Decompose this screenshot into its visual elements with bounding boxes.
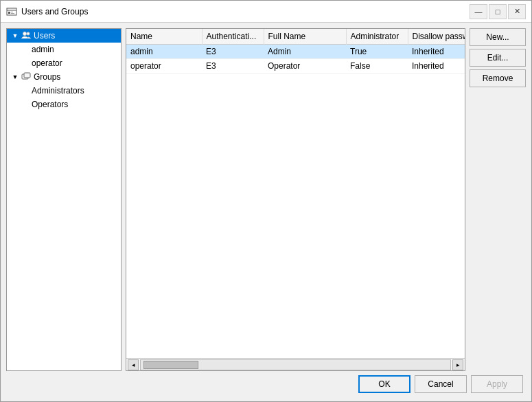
svg-rect-4 xyxy=(11,13,14,14)
tree-item-operator[interactable]: operator xyxy=(7,56,121,70)
scroll-left-button[interactable]: ◂ xyxy=(128,359,139,370)
col-header-disallow[interactable]: Disallow passwor xyxy=(408,29,465,44)
groups-icon xyxy=(21,71,32,82)
expander-admin xyxy=(21,44,32,55)
expander-users[interactable]: ▼ xyxy=(10,30,21,41)
tree-item-operators-group[interactable]: Operators xyxy=(7,98,121,111)
expander-groups[interactable]: ▼ xyxy=(10,71,21,82)
col-header-administrator[interactable]: Administrator xyxy=(346,29,408,44)
horizontal-scrollbar[interactable]: ◂ ▸ xyxy=(126,358,465,370)
cell-administrator: False xyxy=(346,58,408,73)
action-buttons: New... Edit... Remove xyxy=(470,28,526,371)
apply-button[interactable]: Apply xyxy=(471,375,523,393)
tree-item-admin-label: admin xyxy=(32,45,54,54)
tree-item-operators-group-label: Operators xyxy=(32,100,68,109)
new-button[interactable]: New... xyxy=(470,28,526,46)
scroll-track[interactable] xyxy=(140,359,451,370)
cell-disallow: Inherited xyxy=(408,44,465,58)
tree-item-groups[interactable]: ▼ Groups xyxy=(7,70,121,84)
scroll-right-button[interactable]: ▸ xyxy=(452,359,463,370)
scroll-thumb[interactable] xyxy=(143,361,198,369)
remove-button[interactable]: Remove xyxy=(470,69,526,87)
main-window: Users and Groups — □ ✕ ▼ xyxy=(0,0,532,402)
table-row[interactable]: operatorE3OperatorFalseInherited xyxy=(126,58,465,73)
tree-item-administrators-label: Administrators xyxy=(32,86,84,96)
cancel-button[interactable]: Cancel xyxy=(415,375,467,393)
window-title: Users and Groups xyxy=(21,7,470,16)
title-bar: Users and Groups — □ ✕ xyxy=(1,1,531,23)
cell-auth: E3 xyxy=(202,44,264,58)
cell-name: operator xyxy=(126,58,202,73)
right-area: Name Authenticati... Full Name Administr… xyxy=(126,28,526,371)
edit-button[interactable]: Edit... xyxy=(470,49,526,67)
ok-button[interactable]: OK xyxy=(358,375,410,393)
table-container: Name Authenticati... Full Name Administr… xyxy=(126,28,465,371)
cell-fullname: Admin xyxy=(264,44,346,58)
tree-item-groups-label: Groups xyxy=(34,72,60,82)
table-row[interactable]: adminE3AdminTrueInherited xyxy=(126,44,465,58)
tree-item-operator-label: operator xyxy=(32,58,62,68)
tree-panel[interactable]: ▼ Users admin xyxy=(6,28,122,371)
col-header-name[interactable]: Name xyxy=(126,29,202,44)
expander-administrators xyxy=(21,85,32,96)
bottom-bar: OK Cancel Apply xyxy=(6,371,526,396)
minimize-button[interactable]: — xyxy=(470,4,487,19)
svg-rect-3 xyxy=(11,12,13,12)
maximize-button[interactable]: □ xyxy=(489,4,507,19)
users-table: Name Authenticati... Full Name Administr… xyxy=(126,29,465,74)
table-header-row: Name Authenticati... Full Name Administr… xyxy=(126,29,465,44)
window-controls: — □ ✕ xyxy=(470,4,526,19)
expander-operators-group xyxy=(21,99,32,110)
users-icon xyxy=(21,30,32,41)
cell-fullname: Operator xyxy=(264,58,346,73)
window-icon xyxy=(6,6,17,17)
close-button[interactable]: ✕ xyxy=(508,4,526,19)
col-header-fullname[interactable]: Full Name xyxy=(264,29,346,44)
col-header-auth[interactable]: Authenticati... xyxy=(202,29,264,44)
main-row: ▼ Users admin xyxy=(6,28,526,371)
cell-auth: E3 xyxy=(202,58,264,73)
cell-name: admin xyxy=(126,44,202,58)
svg-point-6 xyxy=(27,32,30,35)
table-scroll[interactable]: Name Authenticati... Full Name Administr… xyxy=(126,29,465,358)
table-body: adminE3AdminTrueInheritedoperatorE3Opera… xyxy=(126,44,465,73)
tree-item-administrators[interactable]: Administrators xyxy=(7,84,121,98)
svg-rect-2 xyxy=(8,12,10,14)
svg-rect-8 xyxy=(24,73,30,78)
tree-item-admin[interactable]: admin xyxy=(7,43,121,56)
cell-disallow: Inherited xyxy=(408,58,465,73)
content-area: ▼ Users admin xyxy=(1,23,531,401)
svg-point-5 xyxy=(23,32,27,36)
tree-item-users-label: Users xyxy=(34,31,55,41)
cell-administrator: True xyxy=(346,44,408,58)
tree-item-users[interactable]: ▼ Users xyxy=(7,29,121,43)
expander-operator xyxy=(21,58,32,69)
